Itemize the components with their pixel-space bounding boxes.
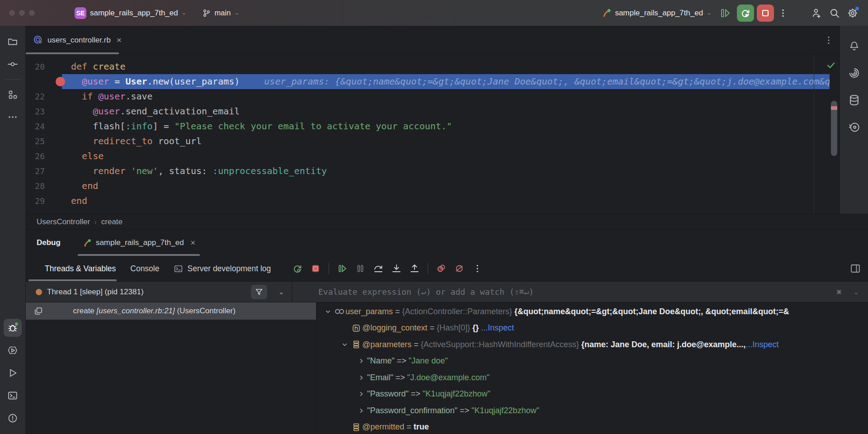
variable-row[interactable]: "Name" => "Jane doe" xyxy=(316,353,868,370)
tab-threads-variables[interactable]: Threads & Variables xyxy=(38,256,123,281)
mute-breakpoints-icon[interactable] xyxy=(453,262,466,275)
line-number[interactable]: 28 xyxy=(26,179,62,193)
evaluate-expression-input[interactable]: Evaluate expression (↵) or add a watch (… xyxy=(318,287,835,297)
rerun-debug-icon[interactable] xyxy=(291,262,304,275)
code-text[interactable]: flash[:info] = "Please check your email … xyxy=(62,119,830,134)
branch-widget[interactable]: main ⌄ xyxy=(198,6,244,20)
add-user-icon[interactable] xyxy=(807,5,826,22)
inline-watch-icon[interactable] xyxy=(835,288,843,296)
resume-icon[interactable] xyxy=(716,5,734,22)
ai-assistant-icon[interactable] xyxy=(845,64,863,82)
variables-pane[interactable]: user_params = {ActionController::Paramet… xyxy=(316,302,868,434)
breadcrumb-method[interactable]: create xyxy=(101,217,123,226)
step-over-icon[interactable] xyxy=(372,262,385,275)
line-number[interactable]: 26 xyxy=(26,149,62,164)
chevron-right-icon[interactable] xyxy=(355,358,367,364)
commit-icon[interactable] xyxy=(4,55,22,73)
tab-server-development-log[interactable]: Server development log xyxy=(166,256,278,281)
code-line[interactable]: 20def create xyxy=(26,59,830,74)
chevron-down-icon[interactable] xyxy=(322,309,334,315)
inspections-ok-icon[interactable] xyxy=(826,60,836,70)
structure-icon[interactable] xyxy=(4,85,22,104)
debug-icon[interactable] xyxy=(4,319,22,337)
run-config-widget[interactable]: sample_rails_app_7th_ed ⌄ xyxy=(597,5,716,21)
variable-row[interactable]: @parameters = {ActiveSupport::HashWithIn… xyxy=(316,336,868,353)
line-number[interactable]: 27 xyxy=(26,164,62,179)
services-icon[interactable] xyxy=(4,341,22,359)
settings-icon[interactable] xyxy=(844,5,862,22)
code-line[interactable]: 23 @user.send_activation_email xyxy=(26,104,830,119)
code-line[interactable]: 24 flash[:info] = "Please check your ema… xyxy=(26,119,830,134)
variable-row[interactable]: "Password" => "K1uqjajf22bzhow" xyxy=(316,386,868,403)
local-history-icon[interactable] xyxy=(845,118,863,136)
stop-icon[interactable] xyxy=(309,262,322,275)
chevron-right-icon[interactable] xyxy=(355,408,367,414)
search-icon[interactable] xyxy=(826,5,844,22)
line-number[interactable]: 22 xyxy=(26,89,62,104)
project-widget[interactable]: SE sample_rails_app_7th_ed ⌄ xyxy=(70,5,191,22)
variable-row[interactable]: "Password_confirmation" => "K1uqjajf22bz… xyxy=(316,402,868,419)
inspect-link[interactable]: ...Inspect xyxy=(481,323,514,333)
variable-row[interactable]: @logging_context = {Hash[0]} {} ...Inspe… xyxy=(316,320,868,337)
breadcrumb-class[interactable]: UsersController xyxy=(37,217,90,226)
step-into-icon[interactable] xyxy=(390,262,403,275)
chevron-right-icon[interactable] xyxy=(355,391,367,397)
code-line[interactable]: 28 end xyxy=(26,179,830,193)
filter-frames-button[interactable] xyxy=(251,285,267,299)
line-number[interactable]: 24 xyxy=(26,119,62,134)
project-folder-icon[interactable] xyxy=(4,33,22,51)
traffic-lights[interactable] xyxy=(9,10,35,16)
code-text[interactable]: @user.send_activation_email xyxy=(62,104,830,119)
chevron-down-icon[interactable]: ⌄ xyxy=(853,288,859,296)
more-icon[interactable] xyxy=(471,262,484,275)
chevron-right-icon[interactable] xyxy=(355,375,367,381)
stop-button[interactable] xyxy=(757,5,774,22)
code-text[interactable]: if @user.save xyxy=(62,89,830,104)
terminal-icon[interactable] xyxy=(4,387,22,405)
code-line[interactable]: 22 if @user.save xyxy=(26,89,830,104)
code-line[interactable]: 26 else xyxy=(26,149,830,164)
tab-console[interactable]: Console xyxy=(123,256,166,281)
line-number[interactable]: 23 xyxy=(26,104,62,119)
pause-icon[interactable] xyxy=(354,262,367,275)
line-number[interactable]: 20 xyxy=(26,59,62,74)
restart-debugger-button[interactable] xyxy=(737,5,754,22)
frame-row[interactable]: create [users_controller.rb:21] (UsersCo… xyxy=(26,302,316,320)
more-icon[interactable] xyxy=(4,108,22,126)
view-breakpoints-icon[interactable] xyxy=(434,262,448,275)
code-line[interactable]: 25 redirect_to root_url xyxy=(26,134,830,149)
resume-icon[interactable] xyxy=(335,262,349,275)
line-number[interactable]: 25 xyxy=(26,134,62,149)
close-icon[interactable]: × xyxy=(117,35,122,45)
variable-row[interactable]: "Email" => "J.doe@example.com" xyxy=(316,369,868,386)
breakpoint-gutter[interactable] xyxy=(26,74,62,89)
variable-row[interactable]: @permitted = true xyxy=(316,419,868,434)
chevron-down-icon[interactable]: ⌄ xyxy=(278,288,284,296)
code-line[interactable]: 27 render 'new', status: :unprocessable_… xyxy=(26,164,830,179)
editor-lines[interactable]: 20def create @user = User.new(user_param… xyxy=(26,55,830,214)
line-number[interactable]: 29 xyxy=(26,193,62,208)
notifications-bell-icon[interactable] xyxy=(845,37,863,55)
layout-settings-icon[interactable] xyxy=(850,263,861,274)
code-text[interactable]: def create xyxy=(62,59,830,74)
chevron-down-icon[interactable] xyxy=(339,342,350,348)
more-icon[interactable] xyxy=(824,36,833,45)
breakpoint-dot[interactable] xyxy=(56,77,65,86)
database-icon[interactable] xyxy=(845,91,863,109)
tab-users-controller[interactable]: users_controller.rb × xyxy=(26,26,129,54)
run-icon[interactable] xyxy=(4,364,22,382)
scrollbar-thumb[interactable] xyxy=(831,101,837,156)
code-line[interactable]: 29end xyxy=(26,193,830,208)
close-icon[interactable]: × xyxy=(191,238,196,248)
variable-row[interactable]: user_params = {ActionController::Paramet… xyxy=(316,303,868,320)
code-text[interactable]: redirect_to root_url xyxy=(62,134,830,149)
problems-icon[interactable] xyxy=(4,409,22,427)
inspect-link[interactable]: ...Inspect xyxy=(745,340,778,349)
code-text[interactable]: render 'new', status: :unprocessable_ent… xyxy=(62,164,830,179)
debug-session-tab[interactable]: sample_rails_app_7th_ed × xyxy=(76,230,202,256)
more-icon[interactable] xyxy=(774,5,792,22)
code-line[interactable]: @user = User.new(user_params)user_params… xyxy=(26,74,830,89)
code-text[interactable]: @user = User.new(user_params)user_params… xyxy=(62,74,830,89)
code-text[interactable]: end xyxy=(62,193,830,208)
editor-scrollbar[interactable] xyxy=(830,55,840,214)
